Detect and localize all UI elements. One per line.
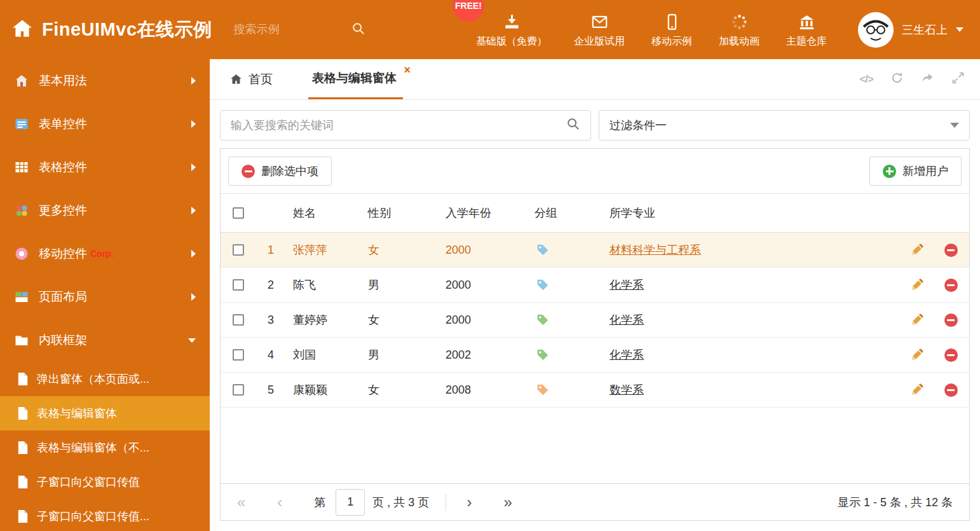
delete-row-icon[interactable] — [944, 383, 958, 397]
major-link[interactable]: 化学系 — [609, 314, 644, 326]
page-body: 过滤条件一 删除选中项 新增用户 — [210, 100, 980, 531]
grid-toolbar: 删除选中项 新增用户 — [221, 149, 969, 193]
prev-page-button[interactable]: ‹ — [277, 495, 282, 510]
edit-icon[interactable] — [910, 313, 924, 327]
chevron-right-icon — [191, 163, 196, 171]
sidebar-subitem-child-to-parent[interactable]: 子窗口向父窗口传值 — [0, 465, 210, 499]
major-link[interactable]: 材料科学与工程系 — [609, 244, 701, 256]
table-row[interactable]: 5 康颖颖 女 2008 数学系 — [221, 373, 969, 408]
delete-row-icon[interactable] — [944, 279, 958, 292]
nav-basic-edition[interactable]: FREE! 基础版（免费） — [463, 11, 561, 48]
sidebar-item-mobile-controls[interactable]: 移动控件 Corp. — [0, 232, 210, 275]
major-link[interactable]: 化学系 — [609, 279, 644, 291]
sidebar-subitem-grid-edit-window[interactable]: 表格与编辑窗体 — [0, 396, 210, 431]
row-number: 1 — [256, 244, 285, 257]
tab-actions: </> — [859, 59, 965, 99]
row-checkbox[interactable] — [233, 349, 244, 361]
row-number: 5 — [256, 383, 285, 397]
source-code-icon[interactable]: </> — [859, 73, 873, 86]
bank-icon — [798, 11, 815, 31]
corp-badge: Corp. — [90, 249, 114, 259]
sidebar-item-page-layout[interactable]: 页面布局 — [0, 275, 210, 319]
tag-icon — [536, 313, 550, 327]
brand[interactable]: FineUIMvc在线示例 — [0, 17, 212, 43]
chevron-down-icon — [950, 123, 959, 128]
plus-circle-icon — [883, 165, 896, 178]
major-link[interactable]: 化学系 — [609, 348, 644, 361]
sidebar-item-basic-usage[interactable]: 基本用法 — [0, 59, 210, 102]
refresh-icon[interactable] — [890, 71, 904, 87]
record-count-summary: 显示 1 - 5 条 , 共 12 条 — [838, 495, 953, 510]
nav-theme-repository[interactable]: 主题仓库 — [773, 11, 840, 48]
edit-icon[interactable] — [910, 348, 924, 362]
divider — [446, 494, 446, 511]
app-window: FineUIMvc在线示例 FREE! 基础版（免费） 企业版试用 — [0, 0, 980, 531]
page-number-input[interactable] — [336, 489, 365, 516]
delete-row-icon[interactable] — [944, 314, 958, 327]
cell-year: 2000 — [438, 244, 527, 257]
minus-circle-icon — [242, 165, 255, 178]
user-name: 三生石上 — [902, 22, 948, 38]
nav-loading-animation[interactable]: 加载动画 — [705, 11, 773, 48]
cell-name: 陈飞 — [285, 277, 360, 293]
table-row[interactable]: 2 陈飞 男 2000 化学系 — [221, 268, 969, 303]
share-icon[interactable] — [921, 71, 934, 87]
tab-grid-edit-window[interactable]: 表格与编辑窗体 × — [308, 59, 403, 99]
col-gender: 性别 — [360, 205, 438, 221]
sidebar-subitem-popup-window[interactable]: 弹出窗体（本页面或... — [0, 362, 210, 396]
close-icon[interactable]: × — [404, 64, 411, 76]
tab-home[interactable]: 首页 — [220, 59, 283, 99]
select-all-checkbox[interactable] — [233, 207, 244, 219]
sidebar-subitem-child-to-parent-2[interactable]: 子窗口向父窗口传值... — [0, 499, 210, 531]
expand-icon[interactable] — [951, 71, 965, 87]
edit-icon[interactable] — [910, 243, 924, 257]
filter-dropdown[interactable]: 过滤条件一 — [599, 110, 970, 141]
cell-name: 董婷婷 — [285, 312, 360, 328]
edit-icon[interactable] — [910, 278, 924, 292]
row-checkbox[interactable] — [233, 384, 244, 396]
add-user-button[interactable]: 新增用户 — [869, 156, 962, 186]
header-search-input[interactable] — [234, 23, 351, 36]
sidebar-item-table-controls[interactable]: 表格控件 — [0, 146, 210, 189]
nav-enterprise-trial[interactable]: 企业版试用 — [561, 11, 638, 48]
row-checkbox[interactable] — [233, 314, 244, 326]
major-link[interactable]: 数学系 — [609, 383, 644, 396]
app-title: FineUIMvc在线示例 — [42, 17, 212, 43]
filter-row: 过滤条件一 — [220, 110, 970, 141]
table-row[interactable]: 4 刘国 男 2002 化学系 — [221, 338, 969, 373]
layout-icon — [14, 289, 29, 305]
table-row[interactable]: 1 张萍萍 女 2000 材料科学与工程系 — [221, 233, 969, 268]
sidebar-item-form-controls[interactable]: 表单控件 — [0, 102, 210, 146]
table-icon — [14, 160, 29, 175]
tag-icon — [536, 348, 550, 362]
cell-name: 刘国 — [285, 347, 360, 362]
sidebar-item-iframe[interactable]: 内联框架 — [0, 319, 210, 362]
chevron-down-icon — [956, 27, 963, 32]
row-number: 2 — [256, 279, 285, 292]
next-page-button[interactable]: › — [466, 495, 472, 510]
search-icon[interactable] — [566, 117, 580, 134]
search-icon[interactable] — [351, 22, 365, 38]
row-checkbox[interactable] — [233, 279, 244, 291]
sidebar-subitem-grid-edit-window-2[interactable]: 表格与编辑窗体（不... — [0, 431, 210, 465]
sidebar-item-more-controls[interactable]: 更多控件 — [0, 189, 210, 232]
delete-row-icon[interactable] — [944, 348, 958, 362]
tab-bar: 首页 表格与编辑窗体 × </> — [210, 59, 980, 100]
keyword-search-input[interactable] — [231, 119, 566, 132]
row-checkbox[interactable] — [233, 244, 244, 256]
table-row[interactable]: 3 董婷婷 女 2000 化学系 — [221, 303, 969, 338]
house-icon — [230, 73, 242, 85]
cell-gender: 男 — [360, 347, 438, 362]
user-menu[interactable]: 三生石上 — [840, 12, 980, 48]
first-page-button[interactable]: « — [237, 495, 245, 510]
col-year: 入学年份 — [438, 205, 527, 221]
tag-icon — [536, 383, 550, 397]
last-page-button[interactable]: » — [503, 495, 512, 510]
nav-mobile-demo[interactable]: 移动示例 — [638, 11, 705, 48]
delete-selected-button[interactable]: 删除选中项 — [228, 156, 332, 186]
pin-icon — [14, 246, 29, 261]
header-search — [234, 22, 377, 38]
edit-icon[interactable] — [910, 383, 924, 397]
file-icon — [17, 475, 29, 489]
delete-row-icon[interactable] — [944, 244, 958, 257]
